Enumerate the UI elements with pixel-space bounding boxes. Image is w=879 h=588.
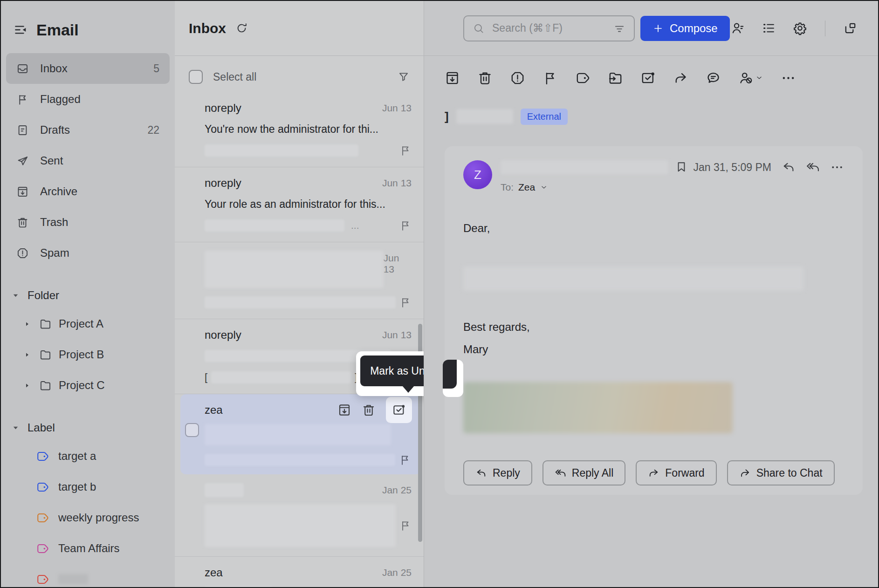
preview-ellipsis: ...	[351, 220, 359, 231]
trash-icon[interactable]	[362, 403, 376, 417]
filter-icon[interactable]	[398, 71, 410, 83]
sidebar-item-spam[interactable]: Spam	[6, 238, 170, 268]
move-to-folder-icon[interactable]	[608, 70, 623, 86]
more-icon[interactable]	[830, 160, 844, 174]
list-view-icon[interactable]	[762, 21, 776, 35]
sidebar-item-sent[interactable]: Sent	[6, 145, 170, 176]
sidebar-nav: Inbox 5 Flagged Drafts 22 Sent Archive	[1, 53, 175, 268]
spam-icon[interactable]	[510, 70, 525, 86]
compose-button[interactable]: Compose	[640, 16, 730, 41]
redacted-preview	[205, 587, 272, 587]
hover-actions	[337, 403, 411, 417]
collapse-sidebar-icon[interactable]	[13, 22, 28, 37]
select-all-checkbox[interactable]	[189, 70, 203, 84]
reply-all-icon[interactable]	[806, 160, 820, 174]
sidebar-item-drafts[interactable]: Drafts 22	[6, 115, 170, 145]
sidebar-item-label: Archive	[40, 185, 77, 198]
sidebar-item-trash[interactable]: Trash	[6, 207, 170, 238]
body-regards: Best regards,	[463, 321, 844, 334]
gear-icon[interactable]	[793, 21, 807, 35]
send-icon	[16, 155, 29, 167]
reading-pane: ] External Z To: Zea	[424, 56, 878, 587]
search-input[interactable]: Search (⌘⇧F)	[463, 15, 635, 41]
caret-down-icon	[12, 292, 19, 299]
email-date: Jun 13	[382, 103, 412, 114]
sidebar-item-project-c[interactable]: Project C	[1, 370, 175, 401]
message-card: Z To: Zea Jan 31, 5:09 PM	[445, 146, 863, 495]
archive-icon[interactable]	[337, 403, 351, 417]
tag-icon[interactable]	[575, 70, 591, 86]
sidebar-item-project-a[interactable]: Project A	[1, 308, 175, 339]
tag-icon	[36, 542, 49, 555]
email-list-item[interactable]: noreply Jun 13 You're now the administra…	[175, 92, 424, 167]
chevron-down-icon[interactable]	[540, 183, 548, 191]
share-to-chat-button[interactable]: Share to Chat	[727, 460, 835, 485]
sidebar-item-label: Sent	[40, 154, 63, 167]
redacted-preview	[205, 296, 396, 308]
popout-icon[interactable]	[843, 21, 858, 35]
sidebar-label-weekly-progress[interactable]: weekly progress	[1, 502, 175, 533]
email-list-item[interactable]: zea Jan 25	[175, 557, 424, 587]
search-placeholder: Search (⌘⇧F)	[492, 22, 606, 34]
label-section-header[interactable]: Label	[1, 415, 175, 441]
message-toolbar	[445, 67, 878, 89]
tooltip-arrow	[402, 386, 414, 399]
sidebar-item-inbox[interactable]: Inbox 5	[6, 53, 170, 84]
chevron-down-icon	[755, 74, 763, 82]
mark-as-unread-button[interactable]	[386, 397, 412, 423]
trash-icon[interactable]	[477, 70, 493, 86]
email-list-item-hovered[interactable]: zea	[180, 394, 421, 474]
reply-all-button[interactable]: Reply All	[543, 460, 625, 485]
redacted-preview	[211, 371, 351, 383]
avatar: Z	[463, 160, 492, 189]
folder-section-header[interactable]: Folder	[1, 282, 175, 308]
redacted-subject	[456, 109, 513, 124]
comment-icon[interactable]	[706, 70, 721, 86]
sidebar-item-flagged[interactable]: Flagged	[6, 84, 170, 115]
label-section: Label target a target b weekly progress …	[1, 415, 175, 587]
forward-button[interactable]: Forward	[636, 460, 716, 485]
reply-icon[interactable]	[782, 160, 796, 174]
refresh-icon[interactable]	[235, 22, 248, 34]
archive-icon[interactable]	[445, 70, 460, 86]
flag-icon	[399, 296, 412, 308]
share-icon	[739, 467, 751, 479]
message-body: Dear, Best regards, Mary	[463, 222, 844, 433]
drafts-count-badge: 22	[147, 124, 159, 137]
select-all-label: Select all	[213, 71, 256, 83]
redacted-preview	[205, 454, 395, 466]
flag-icon[interactable]	[543, 70, 558, 86]
flag-icon	[16, 93, 29, 106]
folder-icon	[39, 318, 52, 330]
sidebar-item-project-b[interactable]: Project B	[1, 339, 175, 370]
sidebar-item-label: Drafts	[40, 123, 70, 137]
list-panel-header: Inbox	[175, 1, 424, 55]
more-icon[interactable]	[781, 70, 796, 86]
recipient-row[interactable]: To: Zea	[501, 182, 668, 193]
redacted-signature-image	[463, 382, 733, 433]
plus-icon	[652, 23, 664, 34]
advanced-search-icon[interactable]	[613, 22, 625, 34]
mark-unread-icon[interactable]	[640, 70, 656, 86]
reply-button[interactable]: Reply	[463, 460, 532, 485]
email-list-item[interactable]: Jan 25	[175, 474, 424, 557]
sidebar-label-team-affairs[interactable]: Team Affairs	[1, 533, 175, 564]
contacts-icon[interactable]	[730, 21, 745, 35]
sidebar-item-archive[interactable]: Archive	[6, 176, 170, 207]
inbox-icon	[16, 62, 29, 75]
unread-count-badge: 5	[153, 62, 159, 75]
email-checkbox[interactable]	[185, 423, 199, 437]
section-title: Folder	[27, 289, 59, 302]
mailbox-title: Inbox	[189, 21, 226, 36]
sidebar-label-target-b[interactable]: target b	[1, 472, 175, 502]
sidebar-label-target-a[interactable]: target a	[1, 441, 175, 472]
block-sender-button[interactable]	[738, 70, 763, 86]
draft-icon	[16, 124, 29, 137]
email-list-item[interactable]: noreply Jun 13 Your role as an administr…	[175, 167, 424, 242]
share-icon[interactable]	[673, 70, 688, 86]
email-list-item[interactable]: Jun 13	[175, 242, 424, 319]
external-badge: External	[521, 109, 568, 125]
bookmark-icon[interactable]	[675, 160, 688, 173]
sidebar-label-cutoff[interactable]	[1, 564, 175, 587]
email-sender: noreply	[205, 102, 241, 115]
